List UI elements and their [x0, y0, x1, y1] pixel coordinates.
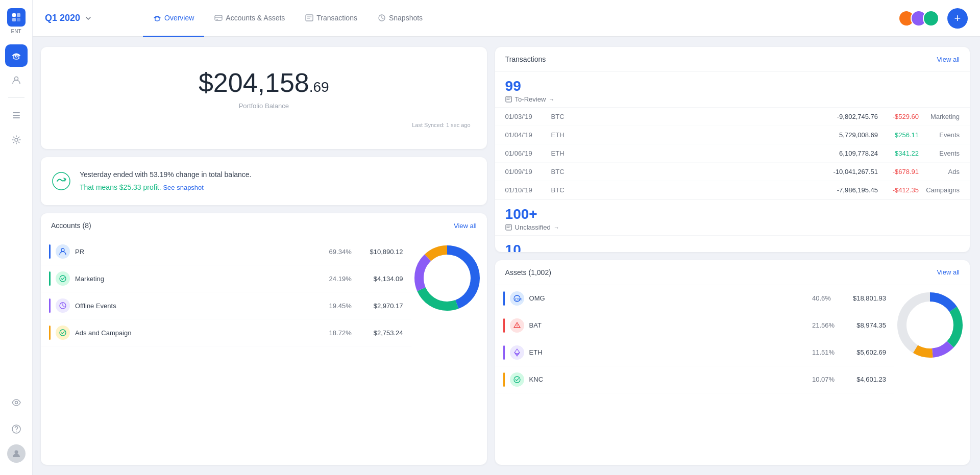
account-bar-marketing — [49, 271, 51, 286]
add-button[interactable]: + — [947, 8, 968, 29]
user-avatar[interactable] — [7, 444, 26, 463]
portfolio-card: $204,158.69 Portfolio Balance Last Synce… — [41, 47, 487, 149]
asset-icon-omg: OMG — [510, 291, 524, 306]
app-logo[interactable] — [7, 8, 26, 27]
unclassified-count: 100+ — [505, 206, 960, 222]
sidebar-item-eye[interactable] — [5, 391, 28, 414]
svg-point-4 — [15, 55, 17, 57]
svg-rect-15 — [216, 19, 218, 20]
asset-row-eth: ETH 11.51% $5,602.69 — [495, 339, 894, 366]
accounts-view-all[interactable]: View all — [454, 222, 477, 230]
svg-rect-2 — [12, 18, 16, 21]
sidebar-item-help[interactable] — [5, 418, 28, 440]
svg-rect-8 — [13, 117, 20, 118]
account-name-pr: PR — [75, 248, 324, 256]
asset-val-omg: $18,801.93 — [845, 294, 886, 302]
profit-highlight: That means $25.33 profit. — [80, 183, 161, 191]
account-name-events: Offline Events — [75, 302, 324, 310]
svg-point-19 — [61, 248, 64, 252]
portfolio-sync: Last Synced: 1 sec ago — [412, 122, 470, 128]
svg-marker-37 — [514, 353, 520, 356]
tx-row-2: 01/04/'19 ETH 5,729,008.69 $256.11 Event… — [495, 126, 970, 144]
svg-rect-3 — [17, 18, 20, 21]
svg-rect-0 — [12, 13, 16, 17]
account-pct-marketing: 24.19% — [329, 275, 357, 283]
transactions-view-all[interactable]: View all — [937, 56, 960, 63]
portfolio-label: Portfolio Balance — [239, 102, 289, 110]
asset-icon-bat — [510, 318, 524, 333]
svg-rect-1 — [17, 13, 20, 17]
asset-bar-eth — [503, 345, 505, 360]
account-row-ads: Ads and Campaign 18.72% $2,753.24 — [41, 319, 411, 346]
tab-transactions[interactable]: Transactions — [295, 0, 368, 37]
insight-card: Yesterday ended with 53.19% change in to… — [41, 157, 487, 205]
asset-pct-bat: 21.56% — [812, 321, 840, 329]
sidebar-item-rules[interactable] — [5, 104, 28, 127]
assets-body: OMG OMG 40.6% $18,801.93 — [495, 285, 970, 393]
tab-transactions-label: Transactions — [316, 14, 357, 22]
unclassified-label[interactable]: Unclassified → — [505, 223, 960, 231]
assets-header: Assets (1,002) View all — [495, 260, 970, 285]
ent-label: ENT — [11, 29, 21, 34]
asset-name-bat: BAT — [529, 321, 807, 329]
sidebar-divider — [8, 97, 24, 98]
to-review-label[interactable]: To-Review → — [505, 95, 960, 103]
svg-point-18 — [53, 172, 70, 190]
account-pct-pr: 69.34% — [329, 248, 357, 256]
nav-tabs: Overview Accounts & Assets Transactions — [143, 0, 898, 37]
content-area: $204,158.69 Portfolio Balance Last Synce… — [33, 37, 980, 475]
account-row-marketing: Marketing 24.19% $4,134.09 — [41, 265, 411, 292]
sidebar-item-settings[interactable] — [5, 129, 28, 151]
tab-snapshots-label: Snapshots — [389, 14, 423, 22]
transactions-card: Transactions View all 99 To-Review → — [495, 47, 970, 252]
svg-rect-7 — [13, 115, 20, 116]
svg-point-22 — [60, 330, 66, 336]
accounts-body: PR 69.34% $10,890.12 Marketing 24.19% — [41, 238, 487, 346]
account-icon-pr — [56, 244, 70, 259]
to-review-section: 99 To-Review → — [495, 72, 970, 107]
account-icon-marketing — [56, 271, 70, 286]
right-column: Transactions View all 99 To-Review → — [495, 47, 970, 465]
sidebar-item-overview[interactable] — [5, 44, 28, 67]
tab-accounts[interactable]: Accounts & Assets — [204, 0, 295, 37]
account-val-marketing: $4,134.09 — [362, 275, 403, 283]
account-row-events: Offline Events 19.45% $2,970.17 — [41, 292, 411, 319]
svg-point-13 — [14, 451, 18, 454]
account-icon-ads — [56, 326, 70, 340]
left-column: $204,158.69 Portfolio Balance Last Synce… — [41, 47, 487, 465]
asset-bar-knc — [503, 372, 505, 387]
transactions-header: Transactions View all — [495, 47, 970, 72]
svg-point-12 — [16, 431, 17, 432]
tab-snapshots[interactable]: Snapshots — [368, 0, 433, 37]
tab-overview-label: Overview — [164, 14, 194, 22]
svg-rect-6 — [13, 112, 20, 113]
account-name-marketing: Marketing — [75, 275, 324, 283]
avatars-group[interactable] — [898, 10, 939, 27]
assets-title: Assets (1,002) — [505, 268, 551, 277]
tab-overview[interactable]: Overview — [143, 0, 204, 37]
period-selector[interactable]: Q1 2020 — [45, 13, 127, 23]
tx-row-4: 01/09/'19 BTC -10,041,267.51 -$678.91 Ad… — [495, 163, 970, 181]
account-val-events: $2,970.17 — [362, 302, 403, 310]
svg-point-35 — [517, 326, 517, 327]
asset-icon-knc — [510, 372, 524, 387]
to-review-arrow: → — [549, 96, 554, 103]
account-pct-ads: 18.72% — [329, 329, 357, 337]
svg-point-20 — [60, 276, 66, 282]
accounts-list: PR 69.34% $10,890.12 Marketing 24.19% — [41, 238, 411, 346]
sidebar-navigation — [5, 44, 28, 391]
tab-accounts-label: Accounts & Assets — [226, 14, 285, 22]
assets-view-all[interactable]: View all — [937, 268, 960, 276]
nav-right: + — [898, 8, 968, 29]
assets-list: OMG OMG 40.6% $18,801.93 — [495, 285, 894, 393]
account-bar-events — [49, 298, 51, 313]
addresses-section: 10 Addresses Unnamed → — [495, 236, 970, 252]
svg-point-38 — [514, 377, 520, 383]
sidebar-item-contacts[interactable] — [5, 69, 28, 91]
snapshot-link[interactable]: See snapshot — [163, 184, 204, 191]
accounts-title: Accounts (8) — [51, 221, 91, 230]
asset-row-bat: BAT 21.56% $8,974.35 — [495, 312, 894, 339]
tx-row-1: 01/03/'19 BTC -9,802,745.76 -$529.60 Mar… — [495, 108, 970, 126]
tx-row-5: 01/10/'19 BTC -7,986,195.45 -$412.35 Cam… — [495, 181, 970, 199]
insight-icon — [51, 171, 71, 191]
